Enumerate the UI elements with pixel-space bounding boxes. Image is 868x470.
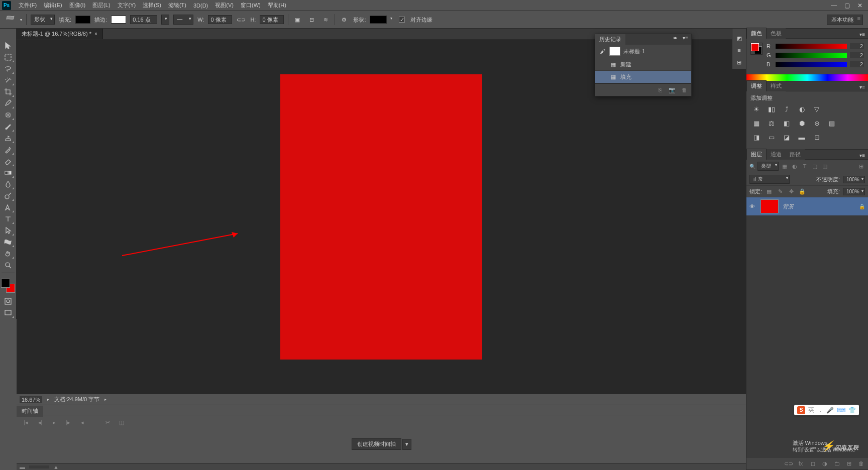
custom-shape-tool[interactable] xyxy=(2,237,15,248)
exposure-icon[interactable]: ◐ xyxy=(797,104,807,114)
menu-window[interactable]: 窗口(W) xyxy=(237,1,264,10)
zoom-tool[interactable] xyxy=(2,260,15,271)
menu-layer[interactable]: 图层(L) xyxy=(89,1,114,10)
menu-file[interactable]: 文件(F) xyxy=(15,1,40,10)
filter-shape-icon[interactable]: ▢ xyxy=(811,162,819,170)
align-edges-checkbox[interactable]: ✓ xyxy=(399,17,405,23)
dodge-tool[interactable] xyxy=(2,190,15,201)
tool-preset-icon[interactable] xyxy=(5,14,16,25)
panel-menu-icon[interactable]: ▾≡ xyxy=(856,83,868,91)
hue-sat-icon[interactable]: ▦ xyxy=(751,118,762,128)
history-snapshot[interactable]: 🖌 未标题-1 xyxy=(595,45,691,58)
first-frame-icon[interactable]: |◂ xyxy=(22,418,31,426)
gear-icon[interactable]: ⚙ xyxy=(339,15,349,25)
history-brush-tool[interactable] xyxy=(2,144,15,155)
layer-fx-icon[interactable]: fx xyxy=(797,459,805,467)
collapsed-panel-icon[interactable]: ⊞ xyxy=(734,57,745,68)
history-item[interactable]: ▦ 新建 xyxy=(595,58,691,71)
ime-punct[interactable]: ， xyxy=(817,406,823,414)
shape-mode-select[interactable]: 形状 xyxy=(31,15,55,25)
r-slider[interactable] xyxy=(776,44,847,49)
foreground-color-swatch[interactable] xyxy=(1,279,10,288)
ime-keyboard-icon[interactable]: ⌨ xyxy=(837,407,845,414)
g-slider[interactable] xyxy=(776,53,847,58)
r-value[interactable]: 2 xyxy=(850,43,864,49)
move-tool[interactable] xyxy=(2,40,15,51)
lasso-tool[interactable] xyxy=(2,63,15,74)
fill-swatch[interactable] xyxy=(75,16,90,24)
photo-filter-icon[interactable]: ⬢ xyxy=(797,118,807,128)
custom-shape-picker[interactable]: ▾ xyxy=(370,16,387,24)
maximize-button[interactable]: ▢ xyxy=(841,2,853,10)
filter-adjust-icon[interactable]: ◐ xyxy=(791,162,799,170)
brightness-icon[interactable]: ☀ xyxy=(751,104,762,114)
clone-stamp-tool[interactable] xyxy=(2,133,15,144)
ime-toolbar[interactable]: S 英 ， 🎤 ⌨ 👕 xyxy=(794,405,859,415)
path-arrange-icon[interactable]: ≋ xyxy=(320,15,331,25)
menu-filter[interactable]: 滤镜(T) xyxy=(165,1,190,10)
gradient-tool[interactable] xyxy=(2,167,15,178)
curves-icon[interactable]: ⤴ xyxy=(782,104,792,114)
collapsed-panel-icon[interactable]: ≡ xyxy=(734,45,745,56)
g-value[interactable]: 2 xyxy=(850,52,864,58)
panel-collapse-icon[interactable]: ▸▸ xyxy=(671,34,680,45)
ime-voice-icon[interactable]: 🎤 xyxy=(826,407,834,414)
selective-color-icon[interactable]: ⊡ xyxy=(812,132,822,142)
fill-opacity-value[interactable]: 100% xyxy=(843,188,865,195)
posterize-icon[interactable]: ▭ xyxy=(767,132,777,142)
delete-state-icon[interactable]: 🗑 xyxy=(680,86,688,94)
new-layer-icon[interactable]: ⊞ xyxy=(845,459,853,467)
document-canvas[interactable] xyxy=(280,74,482,360)
stroke-swatch[interactable] xyxy=(111,16,126,24)
timeline-zoom-out-icon[interactable]: ▬ xyxy=(20,464,25,470)
b-value[interactable]: 2 xyxy=(850,61,864,67)
threshold-icon[interactable]: ◪ xyxy=(782,132,792,142)
new-group-icon[interactable]: 🗀 xyxy=(833,459,841,467)
path-align-icon[interactable]: ⊟ xyxy=(306,15,316,25)
create-timeline-button[interactable]: 创建视频时间轴 xyxy=(352,438,401,450)
hand-tool[interactable] xyxy=(2,248,15,259)
lock-position-icon[interactable]: ✥ xyxy=(787,187,795,195)
play-icon[interactable]: ▸ xyxy=(50,418,59,426)
color-balance-icon[interactable]: ⚖ xyxy=(767,118,777,128)
doc-info-dropdown-icon[interactable]: ▸ xyxy=(104,397,106,402)
delete-layer-icon[interactable]: 🗑 xyxy=(857,459,865,467)
paths-tab[interactable]: 路径 xyxy=(786,149,805,160)
eyedropper-tool[interactable] xyxy=(2,98,15,109)
path-ops-icon[interactable]: ▣ xyxy=(292,15,302,25)
scissors-icon[interactable]: ✂ xyxy=(103,418,112,426)
fg-preview-swatch[interactable] xyxy=(751,43,759,51)
layer-mask-icon[interactable]: ◻ xyxy=(809,459,817,467)
color-spectrum[interactable] xyxy=(746,74,868,81)
timeline-zoom-slider[interactable] xyxy=(29,465,49,468)
menu-3d[interactable]: 3D(D) xyxy=(190,2,211,10)
vibrance-icon[interactable]: ▽ xyxy=(812,104,822,114)
filter-pixel-icon[interactable]: ▦ xyxy=(781,162,789,170)
create-doc-from-state-icon[interactable]: ⎘ xyxy=(656,86,664,94)
collapsed-panel-icon[interactable]: ◩ xyxy=(734,33,745,44)
menu-help[interactable]: 帮助(H) xyxy=(264,1,290,10)
link-layers-icon[interactable]: ⊂⊃ xyxy=(785,459,793,467)
eraser-tool[interactable] xyxy=(2,156,15,167)
timeline-zoom-in-icon[interactable]: ▲ xyxy=(53,464,59,470)
link-wh-icon[interactable]: ⊂⊃ xyxy=(236,15,246,25)
screen-mode-icon[interactable] xyxy=(2,307,15,318)
new-snapshot-icon[interactable]: 📷 xyxy=(668,86,676,94)
gradient-map-icon[interactable]: ▬ xyxy=(797,132,807,142)
filter-toggle-icon[interactable]: ⊞ xyxy=(857,162,865,170)
ime-lang[interactable]: 英 xyxy=(808,406,814,414)
last-frame-icon[interactable]: ◂ xyxy=(78,418,87,426)
swatches-tab[interactable]: 色板 xyxy=(767,28,786,39)
panel-menu-icon[interactable]: ▾≡ xyxy=(856,152,868,159)
type-tool[interactable] xyxy=(2,213,15,224)
visibility-icon[interactable]: 👁 xyxy=(749,203,756,209)
height-input[interactable] xyxy=(260,15,284,24)
create-timeline-dropdown[interactable]: ▾ xyxy=(402,439,411,450)
b-slider[interactable] xyxy=(776,62,847,67)
layer-row[interactable]: 👁 背景 🔒 xyxy=(746,197,868,215)
color-lookup-icon[interactable]: ▤ xyxy=(827,118,837,128)
zoom-level[interactable]: 16.67% xyxy=(20,396,42,403)
styles-tab[interactable]: 样式 xyxy=(767,81,786,91)
stroke-style-select[interactable]: — xyxy=(173,15,193,25)
menu-type[interactable]: 文字(Y) xyxy=(114,1,140,10)
